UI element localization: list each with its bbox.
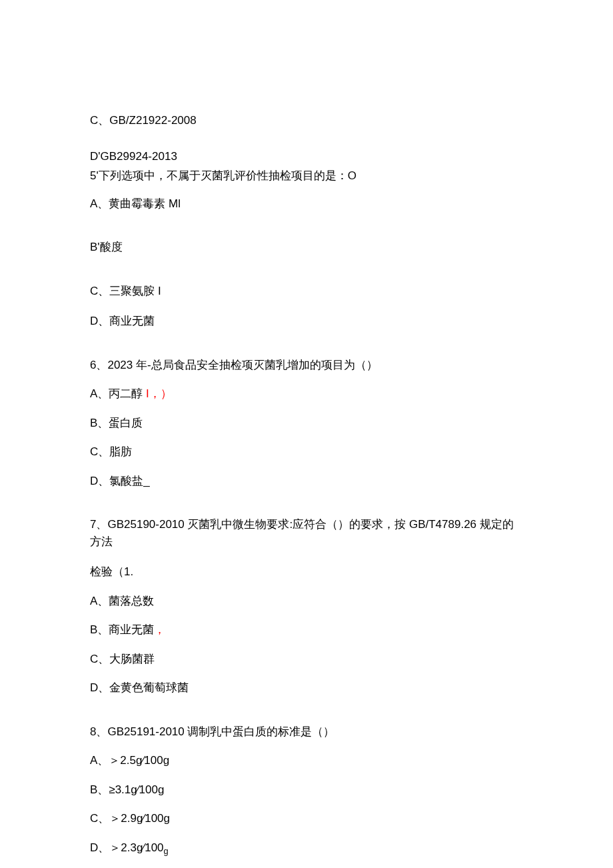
- q6-option-b: B、蛋白质: [90, 415, 523, 432]
- q4-option-d: D'GB29924-2013: [90, 148, 523, 165]
- q8-stem: 8、GB25191-2010 调制乳中蛋白质的标准是（）: [90, 723, 523, 741]
- q8-option-d-text: D、＞2.3g∕100: [90, 841, 164, 854]
- document-page: C、GB/Z21922-2008 D'GB29924-2013 5'下列选项中，…: [0, 0, 613, 868]
- q6-option-d: D、氯酸盐_: [90, 473, 523, 490]
- q7-option-c: C、大肠菌群: [90, 651, 523, 668]
- q7-stem-line2: 检验（1.: [90, 563, 523, 581]
- q6-stem: 6、2023 年-总局食品安全抽检项灭菌乳增加的项目为（）: [90, 357, 523, 374]
- q5-option-a: A、黄曲霉毒素 Ml: [90, 195, 523, 213]
- q7-option-b: B、商业无菌，: [90, 621, 523, 639]
- q6-option-a-annotation: I，）: [146, 387, 172, 400]
- q7-option-a: A、菌落总数: [90, 593, 523, 610]
- q7-option-b-text: B、商业无菌: [90, 623, 154, 636]
- q5-option-c: C、三聚氨胺 I: [90, 283, 523, 300]
- q7-option-d: D、金黄色葡萄球菌: [90, 679, 523, 697]
- q8-option-b: B、≥3.1g∕100g: [90, 781, 523, 799]
- q5-option-b: B'酸度: [90, 239, 523, 256]
- q8-option-a: A、＞2.5g∕100g: [90, 752, 523, 769]
- q6-option-c: C、脂肪: [90, 443, 523, 461]
- q5-option-d: D、商业无菌: [90, 313, 523, 330]
- q4-option-c: C、GB/Z21922-2008: [90, 112, 523, 129]
- q7-stem-line1: 7、GB25190-2010 灭菌乳中微生物要求:应符合（）的要求，按 GB/T…: [90, 516, 523, 550]
- q8-option-d: D、＞2.3g∕100g: [90, 839, 523, 858]
- q6-option-a-text: A、丙二醇: [90, 387, 146, 400]
- q6-option-a: A、丙二醇 I，）: [90, 385, 523, 403]
- q5-stem: 5'下列选项中，不属于灭菌乳评价性抽检项目的是：O: [90, 167, 523, 185]
- q8-option-c: C、＞2.9g∕100g: [90, 810, 523, 827]
- q8-option-d-subscript: g: [164, 846, 169, 856]
- q7-option-b-annotation: ，: [154, 623, 165, 636]
